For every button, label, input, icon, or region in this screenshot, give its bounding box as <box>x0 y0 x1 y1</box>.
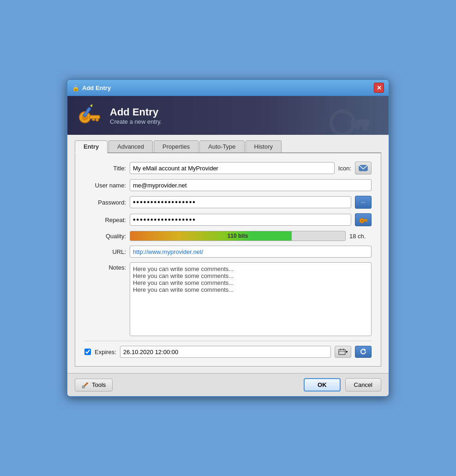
window-title: Add Entry <box>82 84 111 91</box>
svg-marker-21 <box>364 349 366 351</box>
svg-marker-6 <box>90 103 94 107</box>
footer: Tools OK Cancel <box>67 373 389 396</box>
svg-rect-10 <box>355 126 360 130</box>
icon-label: Icon: <box>338 165 351 172</box>
password-label: Password: <box>84 199 126 206</box>
quality-label: Quality: <box>84 233 126 240</box>
repeat-password-row: Repeat: <box>84 213 372 226</box>
expires-calendar-button[interactable]: ▾ <box>335 346 351 358</box>
tab-advanced[interactable]: Advanced <box>108 140 153 152</box>
svg-point-13 <box>361 220 363 222</box>
url-label: URL: <box>84 248 126 255</box>
notes-label: Notes: <box>84 262 126 271</box>
header-banner: Add Entry Create a new entry. <box>67 96 389 135</box>
tools-label: Tools <box>92 381 106 388</box>
quality-bar-text: 110 bits <box>130 231 345 241</box>
content-area: Entry Advanced Properties Auto-Type Hist… <box>67 135 389 373</box>
username-label: User name: <box>84 182 126 189</box>
svg-point-7 <box>331 111 354 134</box>
tabs: Entry Advanced Properties Auto-Type Hist… <box>75 140 381 153</box>
svg-line-23 <box>83 386 84 388</box>
url-row: URL: <box>84 246 372 258</box>
header-key-icon <box>77 102 102 128</box>
title-row: Title: Icon: <box>84 162 372 175</box>
tab-properties[interactable]: Properties <box>154 140 198 152</box>
notes-row: Notes: Here you can write some comments.… <box>84 262 372 336</box>
quality-bar: 110 bits <box>130 231 346 241</box>
title-label: Title: <box>84 165 126 172</box>
ok-button[interactable]: OK <box>304 378 341 392</box>
expires-checkbox[interactable] <box>84 349 91 355</box>
expires-refresh-button[interactable] <box>355 346 372 358</box>
svg-rect-9 <box>363 126 367 131</box>
tab-content-entry: Title: Icon: User name: <box>75 153 381 367</box>
title-bar-left: 🔒 Add Entry <box>72 84 111 91</box>
password-row: Password: ··· <box>84 196 372 209</box>
username-row: User name: <box>84 179 372 191</box>
lock-icon: 🔒 <box>72 84 79 91</box>
svg-rect-4 <box>92 119 95 121</box>
header-title: Add Entry <box>110 106 162 118</box>
show-password-button[interactable]: ··· <box>355 196 372 209</box>
quality-chars: 18 ch. <box>349 233 372 240</box>
repeat-password-input[interactable] <box>130 214 351 226</box>
title-bar: 🔒 Add Entry ✕ <box>67 80 389 96</box>
url-input[interactable] <box>130 246 372 258</box>
tab-auto-type[interactable]: Auto-Type <box>199 140 244 152</box>
footer-right: OK Cancel <box>304 378 381 392</box>
header-text: Add Entry Create a new entry. <box>110 106 162 125</box>
quality-row: Quality: 110 bits 18 ch. <box>84 231 372 241</box>
password-input[interactable] <box>130 196 351 208</box>
title-input[interactable] <box>130 162 335 174</box>
username-input[interactable] <box>130 179 372 191</box>
svg-rect-15 <box>366 221 367 222</box>
repeat-label: Repeat: <box>84 217 126 223</box>
add-entry-dialog: 🔒 Add Entry ✕ Add Entry Create a new ent… <box>66 79 390 397</box>
header-decor <box>324 100 379 135</box>
tools-button[interactable]: Tools <box>75 379 113 392</box>
notes-textarea[interactable]: Here you can write some comments... Here… <box>130 262 372 336</box>
title-input-group: Icon: <box>130 162 372 175</box>
header-subtitle: Create a new entry. <box>110 118 162 125</box>
tab-entry[interactable]: Entry <box>75 140 108 153</box>
cancel-button[interactable]: Cancel <box>345 378 381 392</box>
expires-input[interactable] <box>120 346 331 358</box>
expires-row: Expires: ▾ <box>84 341 372 358</box>
svg-rect-2 <box>90 115 100 119</box>
svg-rect-8 <box>351 120 369 126</box>
icon-button[interactable] <box>355 162 372 175</box>
svg-rect-3 <box>96 119 98 121</box>
svg-rect-16 <box>365 221 366 222</box>
dots-icon: ··· <box>361 199 366 205</box>
svg-rect-17 <box>339 349 345 355</box>
tab-history[interactable]: History <box>246 140 282 152</box>
generate-password-button[interactable] <box>355 213 372 226</box>
close-button[interactable]: ✕ <box>374 83 384 93</box>
expires-label: Expires: <box>95 349 116 355</box>
